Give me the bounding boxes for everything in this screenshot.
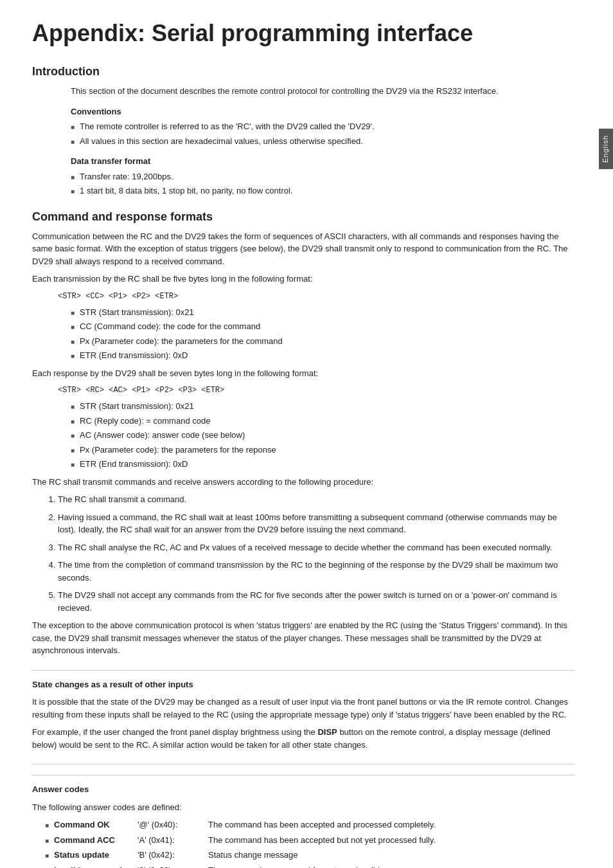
list-item: Having issued a command, the RC shall wa… — [58, 511, 574, 536]
list-item: AC (Answer code): answer code (see below… — [71, 429, 574, 442]
answer-desc-3: The command or command format was invali… — [208, 864, 587, 868]
procedure-intro: The RC shall transmit commands and recei… — [32, 476, 574, 489]
response-format-label: Each response by the DV29 shall be seven… — [32, 367, 574, 380]
list-item: Transfer rate: 19,200bps. — [71, 170, 574, 183]
exception-text: The exception to the above communication… — [32, 619, 574, 657]
list-item: 1 start bit, 8 data bits, 1 stop bit, no… — [71, 185, 574, 197]
answer-desc-2: Status change message — [208, 849, 587, 862]
list-item: The RC shall analyse the RC, AC and Px v… — [58, 541, 574, 554]
dv29-format: <STR> <RC> <AC> <P1> <P2> <P3> <ETR> — [58, 384, 574, 396]
answer-code-3: '0' (0x30): — [138, 864, 208, 868]
command-response-intro: Communication between the RC and the DV2… — [32, 230, 574, 268]
list-item: All values in this section are hexadecim… — [71, 135, 574, 148]
introduction-title: Introduction — [32, 65, 574, 78]
state-changes-para2: For example, if the user changed the fro… — [32, 726, 574, 751]
list-item: The RC shall transmit a command. — [58, 493, 574, 506]
answer-row-command-ok: Command OK '@' (0x40): The command has b… — [45, 818, 587, 831]
answer-label-3: Invalid command — [54, 864, 138, 868]
list-item: ETR (End transmission): 0xD — [71, 458, 574, 471]
state-changes-section: State changes as a result of other input… — [32, 670, 574, 765]
answer-desc-0: The command has been accepted and proces… — [208, 818, 587, 831]
conventions-title: Conventions — [71, 105, 574, 118]
list-item: The DV29 shall not accept any commands f… — [58, 589, 574, 614]
answer-row-status-update: Status update 'B' (0x42): Status change … — [45, 849, 587, 862]
dv29-items-list: STR (Start transmission): 0x21 RC (Reply… — [71, 400, 574, 471]
answer-row-command-acc: Command ACC 'A' (0x41): The command has … — [45, 834, 587, 847]
list-item: RC (Reply code): = command code — [71, 415, 574, 428]
list-item: STR (Start transmission): 0x21 — [71, 306, 574, 319]
disp-bold: DISP — [317, 727, 337, 737]
answer-label-1: Command ACC — [54, 834, 138, 847]
introduction-section: Introduction This section of the documen… — [32, 65, 574, 197]
list-item: The remote controller is referred to as … — [71, 120, 574, 133]
answer-code-0: '@' (0x40): — [138, 818, 208, 831]
rc-format: <STR> <CC> <P1> <P2> <ETR> — [58, 291, 574, 302]
answer-codes-title: Answer codes — [32, 783, 574, 796]
command-response-title: Command and response formats — [32, 210, 574, 224]
list-item: STR (Start transmission): 0x21 — [71, 400, 574, 413]
language-tab: English — [599, 129, 613, 169]
list-item: CC (Command code): the code for the comm… — [71, 320, 574, 333]
data-transfer-list: Transfer rate: 19,200bps. 1 start bit, 8… — [71, 170, 574, 197]
rc-items-list: STR (Start transmission): 0x21 CC (Comma… — [71, 306, 574, 362]
page-title: Appendix: Serial programming interface — [32, 19, 574, 47]
answer-codes-intro: The following answer codes are defined: — [32, 801, 574, 814]
answer-desc-1: The command has been accepted but not ye… — [208, 834, 587, 847]
answer-row-invalid-command: Invalid command '0' (0x30): The command … — [45, 864, 587, 868]
page-content: English Appendix: Serial programming int… — [0, 0, 613, 868]
conventions-list: The remote controller is referred to as … — [71, 120, 574, 147]
list-item: Px (Parameter code): the parameters for … — [71, 444, 574, 457]
answer-label-0: Command OK — [54, 818, 138, 831]
procedure-list: The RC shall transmit a command. Having … — [58, 493, 574, 614]
data-transfer-title: Data transfer format — [71, 155, 574, 168]
transmission-format-label: Each transmission by the RC shall be fiv… — [32, 273, 574, 285]
answer-codes-section: Answer codes The following answer codes … — [32, 775, 574, 868]
answer-code-1: 'A' (0x41): — [138, 834, 208, 847]
list-item: The time from the completion of command … — [58, 559, 574, 584]
state-changes-title: State changes as a result of other input… — [32, 678, 574, 691]
state-changes-para1: It is possible that the state of the DV2… — [32, 696, 574, 721]
command-response-section: Command and response formats Communicati… — [32, 210, 574, 657]
answer-code-2: 'B' (0x42): — [138, 849, 208, 862]
list-item: Px (Parameter code): the parameters for … — [71, 335, 574, 348]
list-item: ETR (End transmission): 0xD — [71, 349, 574, 362]
answer-label-2: Status update — [54, 849, 138, 862]
introduction-body: This section of the document describes t… — [71, 85, 574, 98]
answer-codes-table: Command OK '@' (0x40): The command has b… — [45, 818, 587, 868]
